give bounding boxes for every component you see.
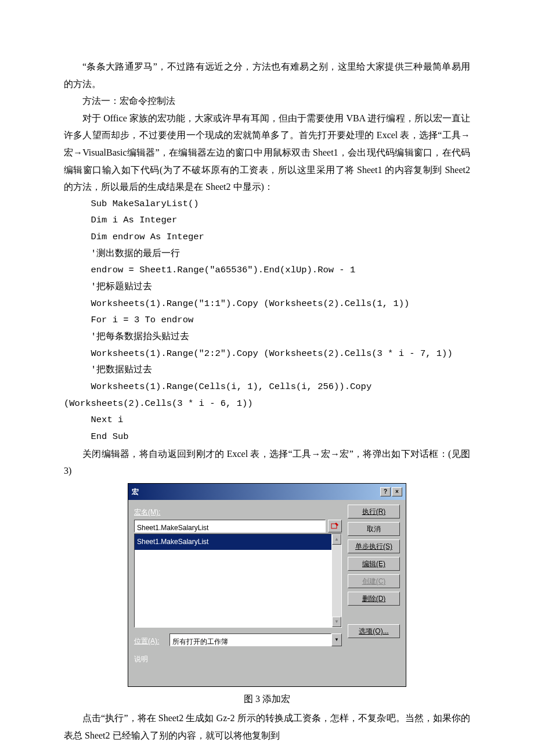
- description-label: 说明: [134, 653, 342, 665]
- code-line: Dim i As Integer: [64, 212, 470, 229]
- close-button[interactable]: ×: [392, 487, 402, 496]
- scroll-down-icon[interactable]: ▼: [332, 617, 341, 627]
- help-button[interactable]: ?: [380, 487, 391, 496]
- dialog-titlebar[interactable]: 宏 ? ×: [128, 484, 406, 500]
- code-line: Sub MakeSalaryList(): [64, 196, 470, 213]
- code-line: endrow = Sheet1.Range("a65536").End(xlUp…: [64, 262, 470, 279]
- scroll-up-icon[interactable]: ▲: [332, 534, 341, 545]
- code-line: '把每条数据抬头贴过去: [64, 329, 470, 345]
- code-line: Worksheets(1).Range("1:1").Copy (Workshe…: [64, 296, 470, 312]
- paragraph-method1-desc: 对于 Office 家族的宏功能，大家或许早有耳闻，但由于需要使用 VBA 进行…: [64, 110, 470, 196]
- paragraph-intro: “条条大路通罗马”，不过路有远近之分，方法也有难易之别，这里给大家提供三种最简单…: [64, 58, 470, 92]
- code-line: '把标题贴过去: [64, 279, 470, 296]
- code-line: Worksheets(1).Range("2:2").Copy (Workshe…: [64, 345, 470, 362]
- scrollbar[interactable]: ▲ ▼: [332, 534, 342, 628]
- code-line: '把数据贴过去: [64, 362, 470, 379]
- delete-button[interactable]: 删除(D): [348, 592, 400, 606]
- macro-name-label: 宏名(M):: [134, 506, 342, 519]
- location-label: 位置(A):: [134, 635, 159, 647]
- paragraph-run: 点击“执行”，将在 Sheet2 生成如 Gz-2 所示的转换成工资条，怎样，不…: [64, 710, 470, 744]
- create-button: 创建(C): [348, 574, 400, 588]
- step-button[interactable]: 单步执行(S): [348, 539, 400, 553]
- dialog-title: 宏: [132, 485, 139, 498]
- code-line: For i = 3 To endrow: [64, 312, 470, 329]
- run-button[interactable]: 执行(R): [348, 505, 400, 519]
- macro-listbox[interactable]: Sheet1.MakeSalaryList: [134, 534, 332, 628]
- options-button[interactable]: 选项(O)...: [348, 624, 400, 638]
- code-line: Next i: [64, 412, 470, 429]
- edit-button[interactable]: 编辑(E): [348, 557, 400, 571]
- ref-edit-icon[interactable]: [328, 520, 342, 532]
- code-line: '测出数据的最后一行: [64, 246, 470, 262]
- cancel-button[interactable]: 取消: [348, 522, 400, 536]
- macro-dialog: 宏 ? × 宏名(M): Sheet1.MakeSalaryList: [128, 483, 406, 687]
- location-combo[interactable]: 所有打开的工作簿: [169, 633, 331, 646]
- code-line: (Worksheets(2).Cells(3 * i - 6, 1)): [64, 395, 470, 412]
- paragraph-method1-title: 方法一：宏命令控制法: [64, 92, 470, 110]
- code-line: Worksheets(1).Range(Cells(i, 1), Cells(i…: [64, 379, 470, 395]
- chevron-down-icon[interactable]: ▼: [331, 633, 342, 646]
- list-item[interactable]: Sheet1.MakeSalaryList: [135, 534, 331, 549]
- code-line: Dim endrow As Integer: [64, 229, 470, 246]
- macro-name-input[interactable]: Sheet1.MakeSalaryList: [134, 520, 326, 532]
- figure-caption: 图 3 添加宏: [64, 690, 470, 708]
- paragraph-close-editor: 关闭编辑器，将自动返回到刚才的 Excel 表，选择“工具→宏→宏”，将弹出如下…: [64, 445, 470, 480]
- code-line: End Sub: [64, 429, 470, 445]
